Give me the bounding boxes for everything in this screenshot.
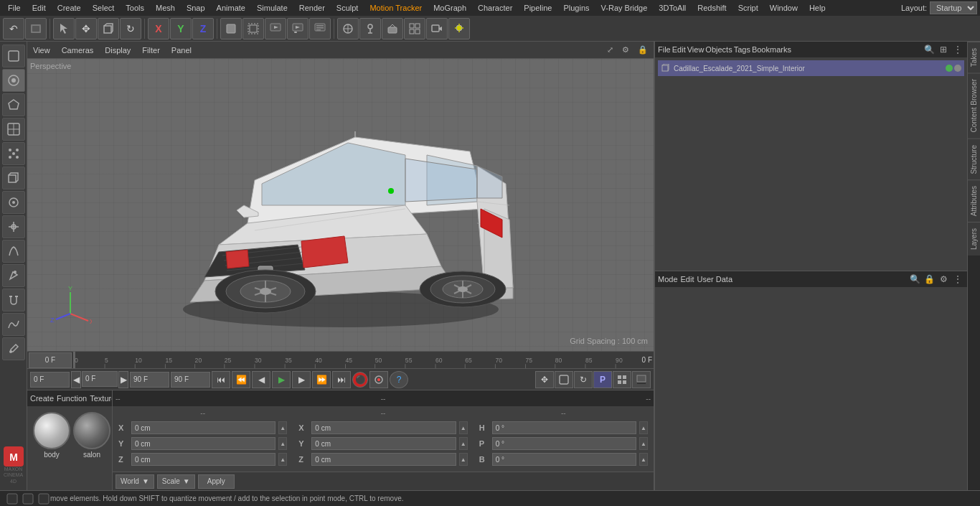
menu-redshift[interactable]: Redshift: [692, 2, 731, 14]
attr-menu-mode[interactable]: Mode: [658, 275, 678, 284]
obj-search-icon[interactable]: 🔍: [923, 43, 936, 56]
move-button[interactable]: ✥: [75, 18, 97, 39]
menu-create[interactable]: Create: [52, 2, 86, 14]
point-mode-button[interactable]: [2, 142, 25, 165]
status-icon-3[interactable]: [37, 492, 50, 505]
obj-menu-file[interactable]: File: [658, 45, 671, 54]
b-input[interactable]: 0 °: [492, 453, 636, 466]
attr-search-icon[interactable]: 🔍: [908, 273, 921, 286]
snap-tool-button[interactable]: [2, 215, 25, 238]
cube-button[interactable]: [98, 18, 119, 39]
h-arrow[interactable]: ▲: [639, 421, 648, 434]
status-icon-1[interactable]: [6, 492, 19, 505]
tab-takes[interactable]: Takes: [968, 42, 980, 72]
material-salon[interactable]: salon: [73, 412, 110, 459]
object-item-car[interactable]: Cadillac_Escalade_2021_Simple_Interior: [658, 60, 964, 76]
poly-pen-button[interactable]: [2, 264, 25, 287]
p-input[interactable]: 0 °: [492, 437, 636, 450]
menu-simulate[interactable]: Simulate: [252, 2, 293, 14]
z-pos-arrow[interactable]: ▲: [278, 453, 287, 466]
prev-key-button[interactable]: ⏪: [232, 371, 250, 388]
attr-lock-icon[interactable]: 🔒: [923, 273, 936, 286]
menu-sculpt[interactable]: Sculpt: [331, 2, 364, 14]
timeline-ticks[interactable]: 0 5 10 15 20 25 30 35 40: [72, 352, 652, 368]
start-frame-input[interactable]: 0 F: [30, 372, 70, 388]
timeline-start-frame[interactable]: 0 F: [29, 352, 72, 368]
grid-button[interactable]: [404, 18, 425, 39]
obj-render-dot[interactable]: [954, 65, 961, 72]
record-button[interactable]: ⚫: [352, 372, 368, 388]
mat-menu-function[interactable]: Function: [57, 394, 87, 403]
menu-mesh[interactable]: Mesh: [151, 2, 180, 14]
attr-more-icon[interactable]: ⋮: [951, 273, 964, 286]
move-tool-extra[interactable]: ✥: [535, 371, 554, 388]
soft-select-button[interactable]: [2, 240, 25, 263]
y2-pos-input[interactable]: 0 cm: [311, 437, 456, 450]
scene-button[interactable]: [337, 18, 359, 39]
menu-pipeline[interactable]: Pipeline: [519, 2, 557, 14]
h-input[interactable]: 0 °: [492, 421, 636, 434]
x-pos-arrow[interactable]: ▲: [278, 421, 287, 434]
p-arrow[interactable]: ▲: [639, 437, 648, 450]
obj-menu-bookmarks[interactable]: Bookmarks: [752, 45, 791, 54]
menu-file[interactable]: File: [3, 2, 26, 14]
y2-pos-arrow[interactable]: ▲: [459, 437, 468, 450]
light-button[interactable]: [448, 18, 470, 39]
viewport-menu-cameras[interactable]: Cameras: [59, 44, 97, 56]
render-button[interactable]: [265, 18, 286, 39]
apply-button[interactable]: Apply: [198, 474, 235, 489]
z2-pos-arrow[interactable]: ▲: [459, 453, 468, 466]
y-pos-input[interactable]: 0 cm: [131, 437, 275, 450]
viewport-menu-view[interactable]: View: [30, 44, 53, 56]
menu-snap[interactable]: Snap: [182, 2, 210, 14]
snap-extra[interactable]: [555, 371, 573, 388]
scale-dropdown[interactable]: Scale ▼: [157, 474, 195, 489]
auto-key-button[interactable]: [369, 371, 388, 388]
tweak-mode-button[interactable]: [2, 191, 25, 214]
dots-button[interactable]: [613, 371, 631, 388]
menu-character[interactable]: Character: [473, 2, 517, 14]
x-pos-input[interactable]: 0 cm: [131, 421, 275, 434]
z2-pos-input[interactable]: 0 cm: [311, 453, 456, 466]
interactive-render-button[interactable]: [287, 18, 308, 39]
menu-script[interactable]: Script: [733, 2, 763, 14]
menu-tools[interactable]: Tools: [121, 2, 149, 14]
viewport-menu-display[interactable]: Display: [102, 44, 133, 56]
viewport-icon-settings[interactable]: ⚙: [619, 44, 632, 56]
edge-mode-button[interactable]: [2, 118, 25, 141]
y-axis-button[interactable]: Y: [170, 18, 192, 39]
p-button[interactable]: P: [593, 371, 612, 388]
z-pos-input[interactable]: 0 cm: [131, 453, 275, 466]
obj-menu-tags[interactable]: Tags: [734, 45, 750, 54]
status-icon-2[interactable]: [22, 492, 34, 505]
frame-step-left[interactable]: ◀: [71, 371, 81, 388]
mat-menu-create[interactable]: Create: [30, 394, 54, 403]
render-queue-button[interactable]: [309, 18, 331, 39]
obj-layer-icon[interactable]: ⊞: [937, 43, 950, 56]
x-axis-button[interactable]: X: [148, 18, 169, 39]
menu-vray[interactable]: V-Ray Bridge: [596, 2, 653, 14]
obj-menu-edit[interactable]: Edit: [672, 45, 686, 54]
paint-button[interactable]: [359, 18, 381, 39]
prev-frame-button[interactable]: ◀: [252, 371, 270, 388]
next-frame-button[interactable]: ▶: [292, 371, 311, 388]
render-region-button[interactable]: [242, 18, 264, 39]
end-frame-input[interactable]: 90 F: [130, 372, 169, 388]
help-button[interactable]: ?: [390, 371, 408, 388]
magnet-button[interactable]: [2, 289, 25, 311]
brush-tool-button[interactable]: [2, 337, 25, 360]
menu-3dtoall[interactable]: 3DToAll: [654, 2, 691, 14]
menu-mograph[interactable]: MoGraph: [428, 2, 471, 14]
attr-settings-icon[interactable]: ⚙: [937, 273, 950, 286]
obj-menu-objects[interactable]: Objects: [705, 45, 732, 54]
mat-menu-texture[interactable]: Texture: [90, 394, 112, 403]
attr-menu-userdata[interactable]: User Data: [697, 275, 733, 284]
tab-layers[interactable]: Layers: [968, 222, 980, 256]
menu-select[interactable]: Select: [88, 2, 120, 14]
tab-attributes[interactable]: Attributes: [968, 179, 980, 222]
z-axis-button[interactable]: Z: [192, 18, 214, 39]
tab-content-browser[interactable]: Content Browser: [968, 72, 980, 138]
polygon-mode-button[interactable]: [2, 93, 25, 116]
menu-render[interactable]: Render: [294, 2, 330, 14]
obj-vis-dot[interactable]: [946, 65, 953, 72]
